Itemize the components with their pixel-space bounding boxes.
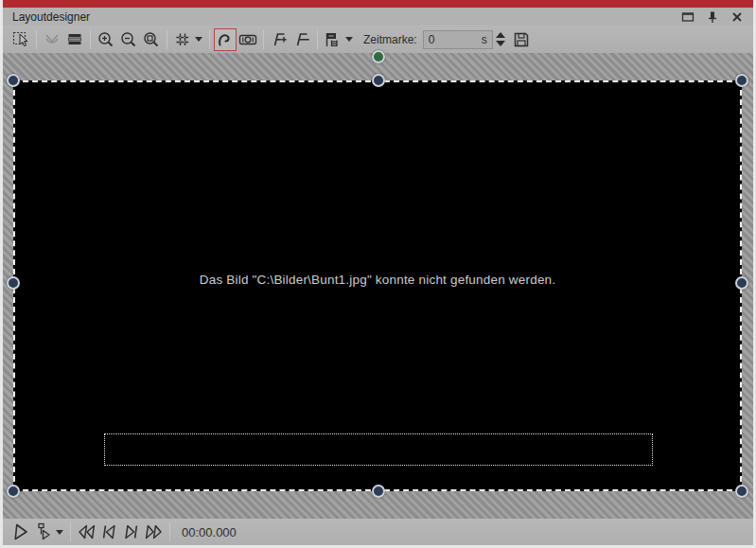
camera-pan-button[interactable] [237, 28, 259, 51]
skip-to-start-button[interactable] [75, 521, 97, 543]
smooth-selection-icon [43, 30, 62, 49]
motion-path-button[interactable] [214, 28, 237, 51]
resize-handle-bottom-right[interactable] [735, 485, 748, 498]
fade-out-button[interactable] [290, 28, 313, 51]
step-back-icon [97, 521, 120, 542]
layout-canvas[interactable]: Das Bild "C:\Bilder\Bunt1.jpg" konnte ni… [3, 53, 753, 519]
resize-handle-middle-right[interactable] [735, 276, 748, 290]
fade-in-icon [269, 30, 290, 49]
layers-icon [65, 30, 84, 49]
camera-pan-icon [237, 30, 258, 49]
resize-handle-top-center[interactable] [372, 74, 385, 87]
motion-path-icon [216, 30, 235, 49]
grid-button[interactable] [171, 28, 194, 51]
layers-button[interactable] [63, 28, 86, 51]
fade-in-button[interactable] [268, 28, 290, 51]
pin-button[interactable] [704, 9, 721, 25]
resize-handle-top-right[interactable] [735, 74, 748, 87]
zeitmarke-field: s [423, 30, 493, 49]
spinner-up-button[interactable] [496, 32, 505, 38]
toolbar-separator [36, 30, 37, 49]
time-display: 00:00.000 [182, 525, 237, 539]
save-button[interactable] [510, 28, 533, 51]
resize-handle-bottom-left[interactable] [7, 485, 20, 498]
maximize-button[interactable] [679, 9, 696, 25]
timemark-button[interactable] [322, 28, 344, 51]
main-toolbar: Zeitmarke: s [3, 26, 753, 53]
select-tool-icon [11, 30, 30, 49]
timemark-icon [323, 30, 343, 49]
spinner-down-button[interactable] [496, 41, 505, 46]
select-tool-button[interactable] [9, 28, 32, 51]
zeitmarke-label: Zeitmarke: [363, 33, 417, 46]
resize-handle-top-left[interactable] [7, 74, 20, 87]
selected-image-object[interactable]: Das Bild "C:\Bilder\Bunt1.jpg" konnte ni… [13, 80, 742, 491]
rotation-handle[interactable] [372, 50, 385, 63]
play-from-timemark-button[interactable] [32, 521, 55, 543]
layoutdesigner-panel: Layoutdesigner [0, 0, 756, 548]
fade-out-icon [291, 30, 312, 49]
skip-to-end-button[interactable] [143, 521, 166, 543]
smooth-selection-button[interactable] [41, 28, 63, 51]
window-controls [679, 9, 753, 25]
transport-bar: 00:00.000 [3, 519, 753, 545]
transport-separator [169, 522, 170, 541]
close-icon [731, 11, 743, 23]
zoom-in-button[interactable] [95, 28, 117, 51]
skip-to-end-icon [142, 521, 166, 542]
missing-image-message: Das Bild "C:\Bilder\Bunt1.jpg" konnte ni… [15, 273, 740, 287]
titlebar[interactable]: Layoutdesigner [3, 8, 753, 26]
transport-separator [70, 522, 71, 541]
step-forward-button[interactable] [120, 521, 143, 543]
play-icon [9, 521, 32, 542]
toolbar-separator [167, 30, 167, 49]
text-box-placeholder[interactable] [104, 433, 653, 466]
skip-to-start-icon [74, 521, 97, 542]
zoom-fit-button[interactable] [140, 28, 163, 51]
timemark-dropdown-caret[interactable] [345, 37, 353, 42]
zoom-in-icon [97, 30, 115, 49]
zoom-fit-icon [142, 30, 161, 49]
save-icon [512, 30, 531, 49]
close-button[interactable] [729, 9, 746, 25]
step-back-button[interactable] [97, 521, 120, 543]
zeitmarke-input[interactable] [424, 31, 492, 48]
toolbar-separator [209, 30, 210, 49]
play-from-timemark-icon [33, 521, 54, 542]
maximize-icon [681, 11, 694, 23]
zoom-out-icon [119, 30, 138, 49]
resize-handle-bottom-center[interactable] [372, 485, 385, 498]
panel-accent-bar [0, 0, 756, 8]
toolbar-separator [263, 30, 264, 49]
panel-title: Layoutdesigner [3, 10, 90, 24]
play-options-caret[interactable] [56, 530, 63, 535]
step-forward-icon [119, 521, 143, 542]
pin-icon [706, 10, 719, 24]
toolbar-separator [90, 30, 91, 49]
grid-icon [173, 30, 192, 49]
resize-handle-middle-left[interactable] [7, 276, 20, 290]
zeitmarke-spinner [496, 32, 505, 46]
grid-dropdown-caret[interactable] [195, 37, 202, 42]
play-button[interactable] [9, 521, 32, 543]
panel-border-left [0, 0, 3, 548]
zoom-out-button[interactable] [117, 28, 140, 51]
toolbar-separator [317, 30, 318, 49]
